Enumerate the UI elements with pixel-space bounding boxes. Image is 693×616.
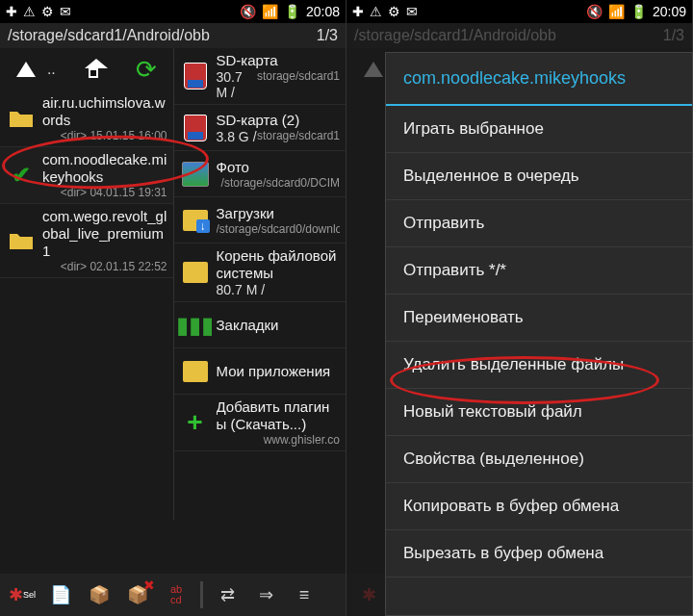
entry-name: SD-карта xyxy=(217,52,341,69)
delete-button[interactable]: 📦✖ xyxy=(123,580,152,609)
warning-status-icon: ⚠ xyxy=(23,4,36,19)
entry-name: Загрузки xyxy=(217,205,341,222)
pack-button[interactable]: 📦 xyxy=(85,580,114,609)
ctx-play[interactable]: Играть выбранное xyxy=(386,106,692,153)
storage-entry[interactable]: SD-карта 30.7 M / storage/sdcard1 xyxy=(174,48,346,105)
clock-text: 20:08 xyxy=(306,4,340,19)
entry-meta: <dir> 15.01.15 16:00 xyxy=(42,129,167,142)
mute-icon: 🔇 xyxy=(240,4,256,19)
refresh-button[interactable]: ⟳ xyxy=(132,54,162,85)
warning-status-icon: ⚠ xyxy=(370,4,382,19)
apps-entry[interactable]: Мои приложения xyxy=(174,348,346,395)
select-button[interactable]: ✱Sel xyxy=(8,580,37,609)
entry-name: Корень файловой системы xyxy=(217,247,341,282)
downloads-entry[interactable]: Загрузки /storage/sdcard0/download xyxy=(174,197,346,244)
ctx-cut-clip[interactable]: Вырезать в буфер обмена xyxy=(386,530,692,578)
ctx-title: com.noodlecake.mikeyhooks xyxy=(386,53,692,106)
sd-card-icon xyxy=(184,63,207,90)
bookmark-icon: ▮▮▮ xyxy=(180,310,211,341)
ctx-send[interactable]: Отправить xyxy=(386,200,692,247)
entry-name: Мои приложения xyxy=(217,363,341,380)
ctx-copy-clip[interactable]: Копировать в буфер обмена xyxy=(386,483,692,530)
ctx-queue[interactable]: Выделенное в очередь xyxy=(386,153,692,200)
home-button[interactable] xyxy=(79,54,109,85)
plus-status-icon: ✚ xyxy=(352,4,364,19)
ctx-properties[interactable]: Свойства (выделенное) xyxy=(386,436,692,483)
plus-icon: + xyxy=(180,407,211,438)
path-bar[interactable]: /storage/sdcard1/Android/obb 1/3 xyxy=(0,23,346,48)
entry-meta: <dir> 04.01.15 19:31 xyxy=(42,186,167,199)
entry-name: SD-карта (2) xyxy=(217,112,341,129)
path-bar-dim: /storage/sdcard1/Android/obb 1/3 xyxy=(346,23,692,48)
mail-status-icon: ✉ xyxy=(60,4,71,19)
swap-button[interactable]: ⇄ xyxy=(213,580,242,609)
check-icon: ✔ xyxy=(6,160,37,191)
settings-status-icon: ⚙ xyxy=(41,4,54,19)
photo-icon xyxy=(182,162,209,187)
settings-status-icon: ⚙ xyxy=(388,4,400,19)
entry-name: Фото xyxy=(217,159,341,176)
ctx-rename[interactable]: Переименовать xyxy=(386,295,692,342)
bookmarks-entry[interactable]: ▮▮▮ Закладки xyxy=(174,302,346,348)
ctx-send-all[interactable]: Отправить */* xyxy=(386,247,692,295)
wifi-icon: 📶 xyxy=(608,4,625,19)
entry-name: com.noodlecake.mikeyhooks xyxy=(42,151,167,186)
battery-icon: 🔋 xyxy=(284,4,300,19)
folder-entry[interactable]: air.ru.uchimslova.words <dir> 15.01.15 1… xyxy=(0,90,173,147)
toolbar: .. ⟳ xyxy=(0,48,173,90)
photo-entry[interactable]: Фото /storage/sdcard0/DCIM xyxy=(174,151,346,197)
ctx-delete[interactable]: Удалить выделенные файлы xyxy=(386,342,692,389)
status-bar: ✚ ⚠ ⚙ ✉ 🔇 📶 🔋 20:09 xyxy=(346,0,692,23)
up-button[interactable] xyxy=(12,54,41,85)
folder-icon xyxy=(183,262,208,283)
mute-icon: 🔇 xyxy=(586,4,603,19)
battery-icon: 🔋 xyxy=(630,4,647,19)
entry-name: com.wego.revolt_global_live_premium1 xyxy=(42,208,167,260)
phone-left: ✚ ⚠ ⚙ ✉ 🔇 📶 🔋 20:08 /storage/sdcard1/And… xyxy=(0,0,346,616)
copy-button[interactable]: 📄 xyxy=(46,580,75,609)
entry-name: air.ru.uchimslova.words xyxy=(42,94,167,129)
forward-button[interactable]: ⇒ xyxy=(251,580,280,609)
download-icon xyxy=(183,210,208,231)
root-entry[interactable]: Корень файловой системы 80.7 M / xyxy=(174,244,346,302)
context-menu: com.noodlecake.mikeyhooks Играть выбранн… xyxy=(385,52,693,616)
wifi-icon: 📶 xyxy=(262,4,278,19)
folder-entry-selected[interactable]: ✔ com.noodlecake.mikeyhooks <dir> 04.01.… xyxy=(0,147,173,204)
folder-entry[interactable]: com.wego.revolt_global_live_premium1 <di… xyxy=(0,204,173,278)
bottom-bar: ✱Sel 📄 📦 📦✖ ab cd ⇄ ⇒ ≡ xyxy=(0,574,346,616)
sort-button[interactable]: ab cd xyxy=(162,580,191,609)
clock-text: 20:09 xyxy=(653,4,686,19)
storage-entry[interactable]: SD-карта (2) 3.8 G / storage/sdcard1 xyxy=(174,105,346,151)
menu-button[interactable]: ≡ xyxy=(290,580,319,609)
plus-status-icon: ✚ xyxy=(6,4,17,19)
up-label: .. xyxy=(47,61,56,78)
entry-meta: <dir> 02.01.15 22:52 xyxy=(42,260,167,273)
right-pane: SD-карта 30.7 M / storage/sdcard1 SD-кар… xyxy=(173,48,346,520)
status-bar: ✚ ⚠ ⚙ ✉ 🔇 📶 🔋 20:08 xyxy=(0,0,346,23)
entry-name: Закладки xyxy=(217,317,341,334)
entry-name: Добавить плагины (Скачать...) xyxy=(217,398,341,433)
left-pane: .. ⟳ air.ru.uchimslova.words <dir> 15.01… xyxy=(0,48,173,520)
path-counter: 1/3 xyxy=(317,27,338,44)
path-text: /storage/sdcard1/Android/obb xyxy=(8,27,309,44)
add-plugin-entry[interactable]: + Добавить плагины (Скачать...) www.ghis… xyxy=(174,395,346,451)
apps-icon xyxy=(183,361,208,382)
ctx-new-text[interactable]: Новый текстовый файл xyxy=(386,389,692,436)
sd-card-icon xyxy=(184,115,207,141)
mail-status-icon: ✉ xyxy=(406,4,418,19)
